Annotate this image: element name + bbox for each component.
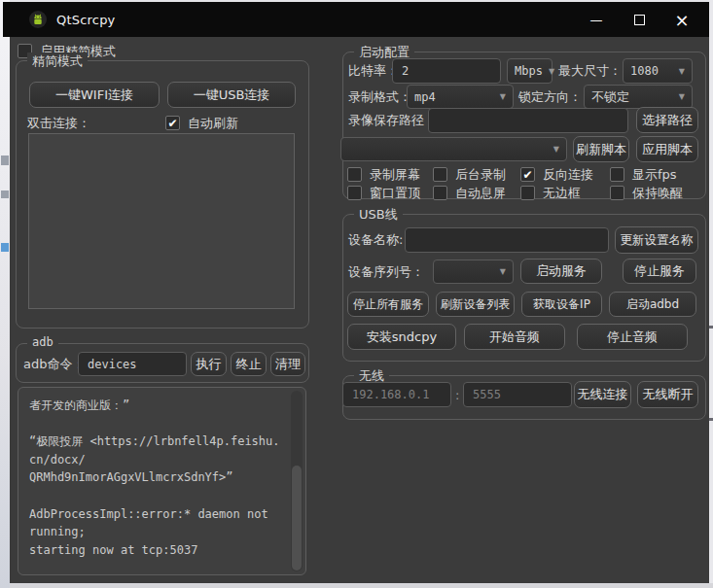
chevron-down-icon: ▼ <box>679 67 685 76</box>
title-bar: QtScrcpy — × <box>3 2 709 37</box>
lock-orientation-select[interactable]: 不锁定▼ <box>584 85 693 109</box>
checkbox-box <box>347 167 362 182</box>
device-serial-select[interactable]: ▼ <box>433 259 514 284</box>
bitrate-input[interactable]: 2 <box>392 58 501 84</box>
adb-clear-button[interactable]: 清理 <box>270 352 305 376</box>
background-window-sliver-right <box>709 0 713 588</box>
get-device-ip-button[interactable]: 获取设备IP <box>521 292 602 317</box>
background-fragment <box>1 190 9 198</box>
adb-command-input[interactable]: devices <box>78 352 187 376</box>
checkbox-label: 自动刷新 <box>188 115 238 132</box>
android-app-icon <box>29 11 47 28</box>
max-size-label: 最大尺寸： <box>558 58 622 84</box>
wireless-connect-button[interactable]: 无线连接 <box>574 381 631 408</box>
minimize-button[interactable]: — <box>575 2 618 37</box>
maximize-icon <box>634 15 645 25</box>
adb-log-output[interactable]: 者开发的商业版：” “极限投屏 <https://lrbnfell4p.feis… <box>18 387 306 575</box>
start-adbd-button[interactable]: 启动adbd <box>609 292 696 317</box>
checkbox-box <box>520 186 535 200</box>
lock-orientation-label: 锁定方向： <box>518 85 582 110</box>
checkbox-label: 显示fps <box>632 166 677 184</box>
background-window-sliver-left <box>0 0 10 588</box>
adb-terminate-button[interactable]: 终止 <box>231 352 267 376</box>
adb-execute-button[interactable]: 执行 <box>191 352 227 376</box>
checkbox-box <box>165 116 180 130</box>
checkbox-label: 窗口置顶 <box>370 185 420 202</box>
background-fragment <box>709 418 713 421</box>
wireless-ip-input[interactable]: 192.168.0.1 <box>342 382 451 407</box>
device-name-label: 设备名称: <box>348 227 403 253</box>
adb-command-label: adb命令： <box>23 352 85 376</box>
stop-service-button[interactable]: 停止服务 <box>623 259 696 284</box>
device-serial-label: 设备序列号： <box>348 259 424 285</box>
max-size-value: 1080 <box>630 64 659 78</box>
wireless-port-input[interactable]: 5555 <box>463 382 572 407</box>
record-format-select[interactable]: mp4▼ <box>407 85 514 109</box>
apply-script-button[interactable]: 应用脚本 <box>636 136 698 162</box>
max-size-select[interactable]: 1080▼ <box>623 58 693 84</box>
checkbox-background-record[interactable]: 后台录制 <box>433 166 506 183</box>
adb-log-text: 者开发的商业版：” “极限投屏 <https://lrbnfell4p.feis… <box>29 397 282 575</box>
window-title: QtScrcpy <box>56 13 115 27</box>
screen: QtScrcpy — × 启用精简模式 精简模式 一键WIFI连接 一键USB连… <box>0 0 713 588</box>
checkbox-box <box>433 167 447 182</box>
background-window-sliver-bottom <box>10 583 713 588</box>
log-scrollbar[interactable] <box>291 391 303 571</box>
background-fragment <box>1 156 9 165</box>
record-format-label: 录制格式： <box>348 85 411 110</box>
checkbox-label: 自动息屏 <box>455 185 506 202</box>
refresh-device-list-button[interactable]: 刷新设备列表 <box>436 292 515 317</box>
chevron-down-icon: ▼ <box>500 267 506 276</box>
checkbox-box <box>610 167 624 182</box>
bitrate-unit-value: Mbps <box>515 64 543 78</box>
record-path-input[interactable] <box>428 108 628 133</box>
checkbox-box <box>520 167 535 182</box>
window-controls: — × <box>575 2 703 37</box>
wireless-disconnect-button[interactable]: 无线断开 <box>637 381 698 408</box>
lite-mode-group-title: 精简模式 <box>27 52 88 70</box>
checkbox-label: 后台录制 <box>455 166 506 184</box>
checkbox-label: 反向连接 <box>543 166 593 184</box>
start-service-button[interactable]: 启动服务 <box>520 259 602 284</box>
checkbox-box <box>433 186 447 200</box>
refresh-script-button[interactable]: 刷新脚本 <box>573 136 629 162</box>
background-fragment <box>709 326 713 329</box>
checkbox-keep-awake[interactable]: 保持唤醒 <box>610 185 683 201</box>
app-body: 启用精简模式 精简模式 一键WIFI连接 一键USB连接 双击连接： 自动刷新 … <box>10 37 709 583</box>
script-select[interactable]: ▼ <box>340 137 567 161</box>
adb-group-title: adb <box>27 335 58 349</box>
checkbox-show-fps[interactable]: 显示fps <box>610 166 677 183</box>
device-name-input[interactable] <box>405 227 609 253</box>
checkbox-reverse-connect[interactable]: 反向连接 <box>520 166 593 183</box>
ip-port-separator: : <box>455 382 459 407</box>
checkbox-label: 保持唤醒 <box>632 185 683 202</box>
chevron-down-icon: ▼ <box>549 67 554 76</box>
bitrate-unit-select[interactable]: Mbps▼ <box>507 58 553 84</box>
checkbox-label: 无边框 <box>543 185 581 202</box>
close-button[interactable]: × <box>660 2 703 37</box>
one-key-usb-connect-button[interactable]: 一键USB连接 <box>167 82 296 108</box>
stop-all-services-button[interactable]: 停止所有服务 <box>347 292 429 317</box>
start-audio-button[interactable]: 开始音频 <box>464 324 565 350</box>
chevron-down-icon: ▼ <box>500 92 506 101</box>
update-device-name-button[interactable]: 更新设置名称 <box>615 226 698 254</box>
record-format-value: mp4 <box>414 90 436 104</box>
usb-group-title: USB线 <box>354 206 403 224</box>
chevron-down-icon: ▼ <box>553 145 559 154</box>
lock-orientation-value: 不锁定 <box>591 88 629 106</box>
checkbox-window-on-top[interactable]: 窗口置顶 <box>347 185 420 201</box>
select-path-button[interactable]: 选择路径 <box>636 107 698 133</box>
device-list[interactable] <box>28 133 295 309</box>
checkbox-auto-refresh[interactable]: 自动刷新 <box>165 115 238 131</box>
install-sndcpy-button[interactable]: 安装sndcpy <box>347 324 456 350</box>
one-key-wifi-connect-button[interactable]: 一键WIFI连接 <box>29 82 160 108</box>
chevron-down-icon: ▼ <box>679 92 685 101</box>
checkbox-auto-screen-off[interactable]: 自动息屏 <box>433 185 506 201</box>
checkbox-record-screen[interactable]: 录制屏幕 <box>347 166 420 183</box>
checkbox-frameless[interactable]: 无边框 <box>520 185 581 201</box>
stop-audio-button[interactable]: 停止音频 <box>577 324 688 350</box>
checkbox-box <box>610 186 624 200</box>
maximize-button[interactable] <box>618 2 660 37</box>
background-fragment <box>1 243 9 252</box>
log-scrollbar-thumb[interactable] <box>292 466 302 571</box>
